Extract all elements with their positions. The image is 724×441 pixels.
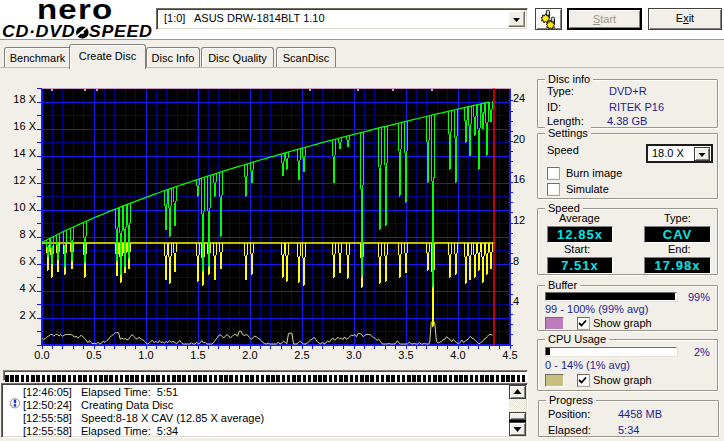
svg-text:12 X: 12 X <box>13 174 36 186</box>
svg-text:2.5: 2.5 <box>294 349 309 361</box>
svg-text:18 X: 18 X <box>13 93 36 105</box>
svg-text:0.0: 0.0 <box>34 349 49 361</box>
svg-text:12: 12 <box>513 214 525 226</box>
svg-text:4 X: 4 X <box>19 282 36 294</box>
svg-text:24: 24 <box>513 92 525 104</box>
svg-text:2 X: 2 X <box>19 309 36 321</box>
svg-text:3.5: 3.5 <box>398 349 413 361</box>
svg-text:1.5: 1.5 <box>190 349 205 361</box>
svg-text:6 X: 6 X <box>19 255 36 267</box>
svg-text:16 X: 16 X <box>13 120 36 132</box>
svg-text:4.5: 4.5 <box>502 349 517 361</box>
svg-text:1.0: 1.0 <box>138 349 153 361</box>
svg-text:8 X: 8 X <box>19 228 36 240</box>
svg-text:3.0: 3.0 <box>346 349 361 361</box>
svg-text:10 X: 10 X <box>13 201 36 213</box>
svg-text:20: 20 <box>513 133 525 145</box>
svg-text:8: 8 <box>513 255 519 267</box>
svg-text:4: 4 <box>513 295 519 307</box>
svg-text:16: 16 <box>513 173 525 185</box>
svg-text:4.0: 4.0 <box>450 349 465 361</box>
svg-text:2.0: 2.0 <box>242 349 257 361</box>
svg-text:14 X: 14 X <box>13 147 36 159</box>
svg-text:0.5: 0.5 <box>86 349 101 361</box>
